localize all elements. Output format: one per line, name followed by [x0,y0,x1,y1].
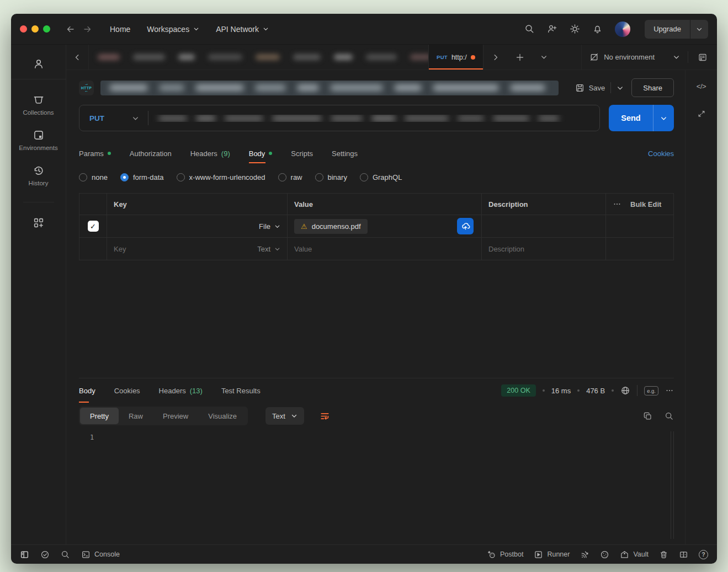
upload-file-button[interactable] [457,218,474,234]
form-description-input[interactable] [488,245,599,253]
body-mode-row: none form-data x-www-form-urlencoded raw… [79,164,674,190]
resp-tab-cookies[interactable]: Cookies [114,378,140,403]
view-raw[interactable]: Raw [119,408,153,424]
wrap-lines-button[interactable] [320,411,330,421]
mode-x-www-form-urlencoded[interactable]: x-www-form-urlencoded [177,173,265,181]
nav-back-button[interactable] [62,21,79,38]
view-visualize[interactable]: Visualize [198,408,247,424]
cookies-link[interactable]: Cookies [648,149,674,158]
send-options-button[interactable] [653,105,674,131]
tab-options-button[interactable] [532,45,556,70]
find-icon[interactable] [61,550,70,559]
form-description-input[interactable] [488,222,599,231]
response-format-select[interactable]: Text [265,407,304,425]
nav-forward-button[interactable] [79,21,95,38]
nav-workspaces[interactable]: Workspaces [147,25,199,34]
tabs-scroll-right-button[interactable] [483,45,508,70]
sidebar-profile-button[interactable] [33,55,45,79]
close-window-button[interactable] [20,25,27,33]
redacted-request-title[interactable] [100,81,559,95]
expand-pane-button[interactable] [697,109,706,118]
console-icon [81,550,91,559]
tab-headers[interactable]: Headers(9) [190,143,230,163]
table-row-empty: Text [79,237,673,260]
upgrade-menu-button[interactable] [690,20,708,39]
tab-scripts[interactable]: Scripts [291,143,313,163]
form-key-input[interactable] [114,222,259,231]
trash-icon[interactable] [659,550,668,559]
save-options-button[interactable] [617,84,624,92]
sidebar-item-history[interactable]: History [29,158,49,193]
new-tab-button[interactable] [508,45,532,70]
status-badge[interactable]: 200 OK [501,384,535,397]
network-globe-icon[interactable] [620,386,630,395]
sidebar-item-collections[interactable]: Collections [23,87,54,122]
row-checkbox-checked[interactable] [88,221,99,232]
mode-binary[interactable]: binary [315,173,347,181]
resp-tab-headers[interactable]: Headers(13) [159,378,203,403]
toggle-sidebar-icon[interactable] [20,550,29,559]
environments-icon [33,129,45,141]
copy-icon[interactable] [643,411,652,421]
settings-gear-icon[interactable] [570,24,580,34]
editor-scrollbar[interactable] [671,431,674,539]
search-response-icon[interactable] [665,411,674,421]
maximize-window-button[interactable] [43,25,50,33]
active-request-tab[interactable]: PUT http:/ [428,45,483,70]
tab-body[interactable]: Body [249,143,273,163]
split-panes-icon[interactable] [679,550,688,559]
save-as-example-button[interactable]: e.g. [644,386,658,395]
resp-tab-test-results[interactable]: Test Results [221,378,261,403]
sidebar-item-environments[interactable]: Environments [19,122,57,158]
mode-raw[interactable]: raw [278,173,302,181]
postbot-button[interactable]: Postbot [487,550,523,559]
sidebar-configure-tools-button[interactable] [33,210,45,236]
runner-button[interactable]: Runner [534,550,570,559]
form-value-input[interactable] [294,245,475,253]
mode-graphql[interactable]: GraphQL [360,173,402,181]
send-button[interactable]: Send [609,114,653,122]
save-button[interactable]: Save [575,83,605,93]
resp-tab-body[interactable]: Body [79,378,95,403]
response-body-editor[interactable]: 1 [79,429,674,544]
tab-authorization[interactable]: Authorization [130,143,172,163]
redacted-request-tabs[interactable] [88,45,428,70]
environment-selector[interactable]: No environment [581,45,688,70]
nav-home[interactable]: Home [110,25,130,34]
console-button[interactable]: Console [81,550,120,559]
view-preview[interactable]: Preview [153,408,198,424]
topbar: Home Workspaces API Network Upgrade [11,14,717,45]
tabs-scroll-left-button[interactable] [66,45,88,70]
key-type-select[interactable]: File [259,222,280,231]
vault-button[interactable]: Vault [620,550,649,559]
form-key-input[interactable] [114,245,257,253]
chevron-down-icon [540,54,548,61]
file-value-chip[interactable]: ⚠ documenso.pdf [294,219,368,234]
checkpoint-icon[interactable] [40,550,50,559]
collections-icon [33,94,45,106]
mode-form-data[interactable]: form-data [120,173,164,181]
nav-api-network[interactable]: API Network [216,25,269,34]
capture-requests-icon[interactable] [580,550,589,559]
bulk-edit-button[interactable]: Bulk Edit [630,200,661,209]
response-more-options-icon[interactable] [665,386,674,395]
minimize-window-button[interactable] [31,25,39,33]
method-selector[interactable]: PUT [79,114,148,122]
upgrade-button[interactable]: Upgrade [645,25,690,33]
key-type-select[interactable]: Text [257,245,280,253]
share-button[interactable]: Share [631,78,674,97]
code-snippet-button[interactable]: </> [697,82,706,90]
notifications-bell-icon[interactable] [592,24,603,34]
user-avatar[interactable] [615,22,630,37]
cookies-icon[interactable] [600,550,609,559]
help-button[interactable]: ? [699,550,708,559]
view-pretty[interactable]: Pretty [80,408,119,424]
redacted-request-url[interactable] [148,115,599,122]
mode-none[interactable]: none [79,173,108,181]
tab-params[interactable]: Params [79,143,111,163]
more-options-icon[interactable] [613,200,621,209]
tab-settings[interactable]: Settings [332,143,358,163]
invite-user-icon[interactable] [547,24,557,34]
search-icon[interactable] [524,24,535,34]
environment-quick-look-button[interactable] [688,45,717,70]
